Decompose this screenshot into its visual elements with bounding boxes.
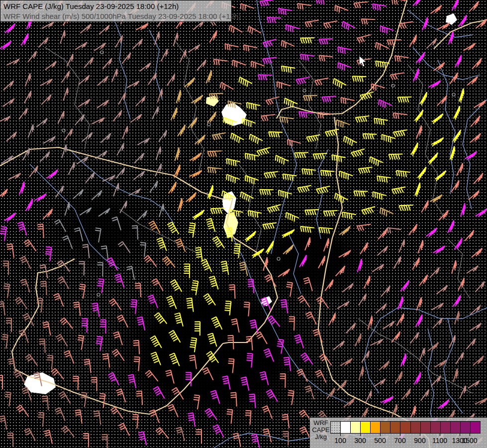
wind-barb bbox=[437, 23, 450, 29]
wind-barb bbox=[324, 21, 337, 28]
wind-barb bbox=[319, 227, 333, 233]
wind-barb bbox=[92, 118, 104, 124]
wind-barb bbox=[260, 0, 274, 6]
wind-barb bbox=[428, 153, 438, 165]
wind-barb bbox=[137, 317, 145, 331]
wind-barb bbox=[268, 205, 281, 213]
wind-barb bbox=[414, 372, 420, 385]
mouse-cursor bbox=[359, 56, 367, 67]
wind-barb bbox=[344, 136, 357, 146]
wind-barb bbox=[62, 144, 67, 158]
wind-barb bbox=[281, 300, 288, 314]
wind-barb bbox=[357, 259, 362, 272]
wind-barb bbox=[474, 173, 483, 184]
wind-barb bbox=[247, 353, 253, 367]
wind-barb bbox=[53, 294, 63, 307]
wind-barb bbox=[195, 322, 200, 336]
wind-barb bbox=[282, 40, 295, 48]
wind-barb bbox=[24, 428, 35, 441]
wind-barb bbox=[5, 392, 11, 407]
wind-barb bbox=[137, 211, 147, 221]
wind-barb bbox=[3, 261, 8, 275]
wind-barb bbox=[109, 299, 121, 310]
wind-barb bbox=[79, 284, 85, 299]
wind-barb bbox=[454, 238, 462, 249]
wind-barb bbox=[122, 53, 130, 64]
wind-barb bbox=[211, 317, 222, 330]
wind-barb bbox=[263, 57, 277, 64]
wind-barb bbox=[245, 176, 259, 184]
wind-barb bbox=[213, 425, 224, 437]
wind-barb bbox=[159, 204, 164, 217]
wind-barb bbox=[202, 367, 213, 380]
wind-barb bbox=[222, 376, 230, 389]
legend-tick-mark bbox=[400, 433, 400, 436]
wind-barb bbox=[382, 134, 395, 142]
wind-barb bbox=[411, 143, 418, 156]
wind-barb bbox=[278, 269, 290, 277]
wind-barb bbox=[415, 183, 420, 197]
wind-barb bbox=[258, 75, 272, 80]
wind-barb bbox=[128, 374, 136, 388]
wind-barb bbox=[100, 133, 110, 143]
wind-barb bbox=[333, 79, 347, 89]
wind-barb bbox=[372, 264, 384, 272]
cape-fill-patch bbox=[446, 13, 457, 25]
wind-barb bbox=[245, 411, 251, 425]
wind-barb bbox=[335, 5, 348, 12]
wind-barb bbox=[232, 60, 246, 67]
wind-barb bbox=[189, 170, 201, 177]
wind-barb bbox=[83, 244, 90, 258]
wind-barb bbox=[42, 22, 54, 29]
wind-barb bbox=[374, 379, 385, 387]
wind-barb bbox=[43, 136, 55, 143]
wind-barb bbox=[378, 229, 387, 239]
wind-barb bbox=[206, 219, 215, 232]
wind-barb bbox=[211, 208, 225, 214]
wind-barb bbox=[431, 303, 443, 310]
wind-barb bbox=[55, 408, 65, 421]
wind-barb bbox=[264, 172, 278, 178]
wind-barb bbox=[41, 95, 51, 105]
wind-barb bbox=[155, 164, 161, 176]
wind-barb bbox=[0, 189, 7, 199]
wind-barb bbox=[127, 81, 139, 88]
legend-color-cell bbox=[341, 422, 351, 433]
weather-map-canvas: WRF CAPE (J/kg) Tuesday 23-09-2025 18:00… bbox=[0, 0, 487, 448]
wind-barb bbox=[316, 0, 330, 4]
wind-barb bbox=[324, 238, 329, 251]
wind-barb bbox=[280, 117, 294, 123]
wind-barb bbox=[416, 52, 424, 63]
wind-barb bbox=[152, 279, 163, 291]
wind-barb bbox=[208, 151, 222, 156]
wind-barb bbox=[409, 35, 416, 47]
wind-barb bbox=[225, 44, 238, 50]
wind-barb bbox=[437, 285, 448, 294]
wind-barb bbox=[6, 132, 16, 141]
wind-barb bbox=[163, 256, 176, 267]
wind-barb bbox=[388, 228, 401, 233]
legend-label-model: WRF bbox=[312, 420, 330, 427]
wind-barb bbox=[39, 339, 45, 353]
legend-tick-mark bbox=[380, 433, 381, 436]
wind-barb bbox=[296, 77, 310, 85]
wind-barb bbox=[373, 4, 387, 10]
wind-barb bbox=[300, 226, 314, 233]
wind-barb bbox=[299, 427, 310, 439]
wind-barb bbox=[458, 278, 464, 290]
wind-barb bbox=[175, 147, 180, 161]
wind-barb bbox=[402, 389, 410, 400]
wind-barb bbox=[190, 153, 201, 161]
wind-barb bbox=[8, 359, 15, 373]
wind-barb bbox=[136, 23, 148, 30]
wind-barb bbox=[97, 100, 108, 108]
wind-barb bbox=[4, 213, 16, 222]
wind-barb bbox=[399, 205, 413, 211]
wind-barb bbox=[80, 24, 91, 33]
wind-barb bbox=[2, 335, 8, 349]
wind-barb bbox=[156, 428, 169, 439]
wind-barb bbox=[178, 198, 183, 212]
wind-barb bbox=[469, 1, 479, 12]
wind-barb bbox=[394, 256, 401, 268]
wind-barb bbox=[280, 374, 286, 388]
